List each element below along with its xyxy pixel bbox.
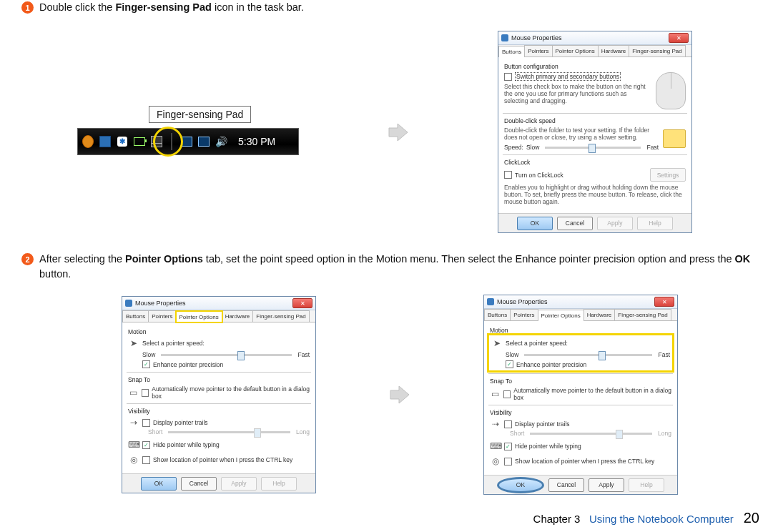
trails-slider	[168, 431, 290, 433]
bluetooth-icon: ✱	[117, 136, 128, 147]
apply-button[interactable]: Apply	[597, 217, 633, 230]
taskbar-clock: 5:30 PM	[238, 136, 275, 147]
motion-highlight: ➤Select a pointer speed: Slow Fast ✓Enha…	[490, 336, 671, 370]
motion-fast: Fast	[297, 351, 310, 358]
double-click-slider[interactable]	[545, 147, 641, 149]
help-button[interactable]: Help	[261, 477, 297, 491]
dialog-title: Mouse Properties	[511, 34, 562, 41]
taskbar: ✱ 🔊 5:30 PM	[77, 128, 299, 155]
tab-finger-sensing-pad[interactable]: Finger-sensing Pad	[252, 310, 309, 322]
snap-checkbox[interactable]	[142, 389, 149, 397]
enhance-precision-checkbox[interactable]: ✓	[142, 360, 150, 368]
clicklock-checkbox[interactable]	[504, 171, 512, 179]
close-icon[interactable]: ✕	[654, 297, 674, 307]
group-snap-to: Snap To	[128, 376, 310, 383]
snap-label: Automatically move pointer to the defaul…	[513, 387, 671, 401]
pointer-icon: ➤	[128, 338, 139, 349]
step-1-text: Double click the Finger-sensing Pad icon…	[39, 0, 304, 15]
select-speed-label: Select a pointer speed:	[142, 340, 205, 347]
button-config-desc: Select this check box to make the button…	[504, 83, 651, 104]
cancel-button[interactable]: Cancel	[548, 478, 584, 492]
tab-pointers[interactable]: Pointers	[510, 309, 538, 320]
svg-marker-0	[389, 124, 408, 141]
tray-icon-2	[99, 136, 111, 147]
dialog-title: Mouse Properties	[135, 300, 186, 307]
group-button-config: Button configuration	[504, 63, 686, 70]
apply-button[interactable]: Apply	[221, 477, 257, 491]
tab-finger-sensing-pad[interactable]: Finger-sensing Pad	[629, 45, 685, 56]
switch-buttons-checkbox[interactable]	[504, 73, 512, 81]
help-button[interactable]: Help	[629, 478, 664, 492]
tab-buttons[interactable]: Buttons	[498, 46, 525, 57]
apply-button[interactable]: Apply	[589, 478, 624, 492]
ctrl-icon: ◎	[490, 455, 501, 467]
clicklock-label: Turn on ClickLock	[515, 172, 563, 179]
group-snap-to: Snap To	[490, 378, 671, 385]
cancel-button[interactable]: Cancel	[181, 477, 217, 491]
ctrl-icon: ◎	[128, 454, 139, 466]
pointer-speed-slider[interactable]	[161, 354, 292, 356]
close-icon[interactable]: ✕	[669, 33, 689, 43]
trails-icon: ⇢	[128, 417, 139, 428]
tab-pointers[interactable]: Pointers	[148, 310, 176, 322]
mouse-properties-buttons-dialog: Mouse Properties ✕ Buttons Pointers Poin…	[498, 31, 692, 233]
pointer-icon: ➤	[491, 338, 503, 349]
taskbar-tooltip: Finger-sensing Pad	[149, 106, 251, 123]
enhance-precision-label: Enhance pointer precision	[516, 361, 586, 368]
mouse-properties-po-dialog-2: Mouse Properties ✕ Buttons Pointers Poin…	[483, 295, 678, 495]
tab-pointer-options[interactable]: Pointer Options	[552, 45, 599, 56]
trails-checkbox[interactable]	[504, 420, 512, 428]
trails-checkbox[interactable]	[142, 419, 150, 427]
step-2-t1: After selecting the	[39, 253, 125, 265]
dialog-tabs: Buttons Pointers Pointer Options Hardwar…	[498, 45, 691, 57]
tab-finger-sensing-pad[interactable]: Finger-sensing Pad	[614, 309, 671, 320]
ok-button[interactable]: OK	[517, 217, 553, 230]
cancel-button[interactable]: Cancel	[557, 217, 593, 230]
tray-icon-network	[198, 136, 210, 147]
tab-buttons[interactable]: Buttons	[122, 310, 149, 322]
trails-slider	[530, 433, 652, 435]
tab-hardware[interactable]: Hardware	[222, 310, 254, 322]
folder-test-icon[interactable]	[663, 129, 686, 148]
tab-hardware[interactable]: Hardware	[598, 45, 630, 56]
tab-pointer-options[interactable]: Pointer Options	[538, 310, 584, 321]
switch-buttons-label: Switch primary and secondary buttons	[515, 72, 621, 81]
hide-checkbox[interactable]: ✓	[504, 443, 512, 450]
tab-pointers[interactable]: Pointers	[524, 45, 552, 56]
footer-page: 20	[744, 510, 759, 526]
ok-button[interactable]: OK	[141, 477, 177, 491]
hide-checkbox[interactable]: ✓	[142, 441, 150, 449]
arrow-right-icon	[389, 384, 410, 405]
step-2-b1: Pointer Options	[125, 253, 203, 265]
step-2-t3: button.	[39, 268, 71, 280]
enhance-precision-checkbox[interactable]: ✓	[506, 360, 513, 368]
help-button[interactable]: Help	[637, 217, 673, 230]
group-motion: Motion	[128, 328, 310, 335]
group-double-click: Double-click speed	[504, 117, 686, 124]
ctrl-checkbox[interactable]	[504, 458, 512, 466]
step-1-t1: Double click the	[39, 1, 115, 13]
tab-hardware[interactable]: Hardware	[584, 309, 616, 320]
step-1-t2: icon in the task bar.	[212, 1, 304, 13]
motion-fast: Fast	[658, 351, 670, 358]
pointer-speed-slider[interactable]	[524, 354, 652, 356]
speed-fast: Fast	[646, 144, 659, 151]
group-visibility: Visibility	[128, 408, 310, 415]
tray-icon-1	[82, 136, 94, 147]
dialog-tabs: Buttons Pointers Pointer Options Hardwar…	[484, 309, 677, 321]
ctrl-checkbox[interactable]	[142, 456, 150, 464]
step-2-b2: OK	[735, 253, 751, 265]
close-icon[interactable]: ✕	[292, 298, 312, 308]
trails-short: Short	[148, 428, 162, 435]
step-2-text: After selecting the Pointer Options tab,…	[39, 252, 757, 282]
snap-icon: ▭	[490, 388, 501, 400]
trails-long: Long	[296, 428, 310, 435]
hide-icon: ⌨	[128, 439, 139, 450]
ctrl-label: Show location of pointer when I press th…	[153, 456, 292, 463]
tab-pointer-options[interactable]: Pointer Options	[176, 311, 222, 322]
mouse-illustration	[656, 72, 686, 109]
tab-buttons[interactable]: Buttons	[484, 309, 511, 320]
ok-button[interactable]: OK	[497, 477, 544, 493]
hide-icon: ⌨	[490, 440, 501, 452]
snap-checkbox[interactable]	[503, 390, 511, 398]
